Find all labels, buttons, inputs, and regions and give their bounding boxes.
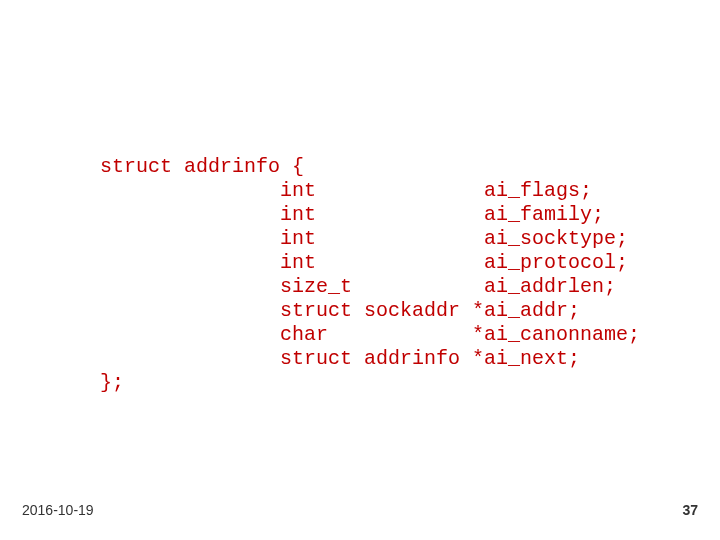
code-line: size_t ai_addrlen; [100, 275, 616, 298]
code-line: int ai_family; [100, 203, 604, 226]
code-line: char *ai_canonname; [100, 323, 640, 346]
code-line: int ai_protocol; [100, 251, 628, 274]
code-line: struct addrinfo { [100, 155, 304, 178]
code-line: int ai_socktype; [100, 227, 628, 250]
footer-date: 2016-10-19 [22, 502, 94, 518]
code-line: }; [100, 371, 124, 394]
code-block: struct addrinfo { int ai_flags; int ai_f… [100, 155, 640, 395]
slide: struct addrinfo { int ai_flags; int ai_f… [0, 0, 720, 540]
code-line: int ai_flags; [100, 179, 592, 202]
code-line: struct sockaddr *ai_addr; [100, 299, 580, 322]
code-line: struct addrinfo *ai_next; [100, 347, 580, 370]
footer-page-number: 37 [682, 502, 698, 518]
